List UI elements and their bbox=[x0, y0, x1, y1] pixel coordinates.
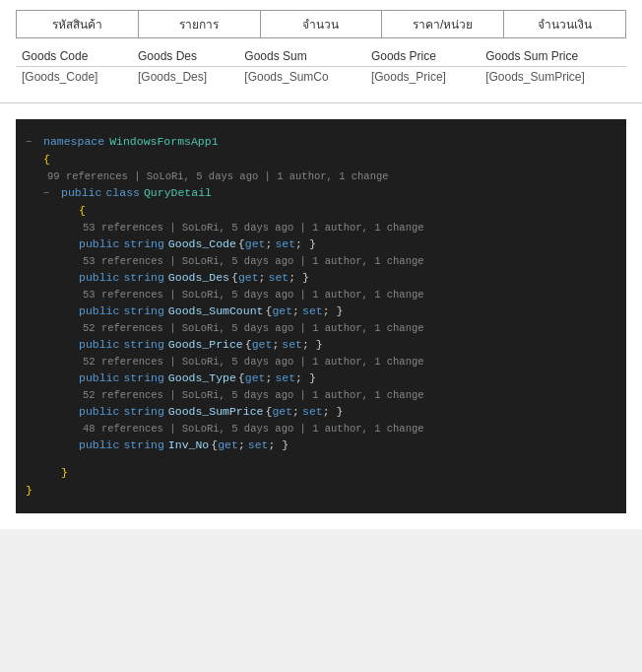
code-editor: − namespace WindowsFormsApp1 { 99 refere… bbox=[16, 119, 626, 513]
header-cell-2: รายการ bbox=[139, 11, 261, 37]
prop-goodstype: Goods_Type bbox=[168, 370, 236, 387]
header-cell-3: จำนวน bbox=[261, 11, 383, 37]
line-prop-goodssumprice: public string Goods_SumPrice { get ; set… bbox=[79, 403, 616, 421]
line-prop-goodsprice: public string Goods_Price { get ; set ; … bbox=[79, 336, 616, 354]
prop-goodscode: Goods_Code bbox=[168, 235, 236, 253]
line-ns-open: { bbox=[26, 151, 616, 168]
cell-goods-sumprice: [Goods_SumPrice] bbox=[480, 67, 626, 88]
cell-goods-code: [Goods_Code] bbox=[16, 67, 132, 88]
line-meta-99: 99 references | SoLoRi, 5 days ago | 1 a… bbox=[43, 168, 616, 184]
cell-goods-sum: [Goods_SumCo bbox=[238, 67, 365, 88]
cell-goods-price: [Goods_Price] bbox=[365, 67, 480, 88]
gutter-collapse-class[interactable]: − bbox=[43, 184, 61, 202]
cell-goods-des: [Goods_Des] bbox=[132, 67, 238, 88]
col-goods-des: Goods Des bbox=[132, 46, 238, 67]
line-meta-goodsprice: 52 references | SoLoRi, 5 days ago | 1 a… bbox=[79, 320, 616, 336]
col-goods-price: Goods Price bbox=[365, 46, 480, 67]
table-section: รหัสสินค้า รายการ จำนวน ราคา/หน่วย จำนวน… bbox=[0, 0, 642, 103]
line-prop-goodscode: public string Goods_Code { get ; set ; } bbox=[79, 235, 616, 253]
line-meta-goodssumprice: 52 references | SoLoRi, 5 days ago | 1 a… bbox=[79, 387, 616, 403]
goods-table: Goods Code Goods Des Goods Sum Goods Pri… bbox=[16, 46, 626, 87]
header-row: รหัสสินค้า รายการ จำนวน ราคา/หน่วย จำนวน… bbox=[16, 10, 626, 38]
line-prop-goodsdes: public string Goods_Des { get ; set ; } bbox=[79, 269, 616, 287]
line-blank bbox=[26, 454, 616, 464]
line-prop-goodssumcount: public string Goods_SumCount { get ; set… bbox=[79, 302, 616, 320]
prop-goodsdes: Goods_Des bbox=[168, 269, 229, 287]
line-meta-goodsdes: 53 references | SoLoRi, 5 days ago | 1 a… bbox=[79, 253, 616, 269]
ns-name: WindowsFormsApp1 bbox=[109, 133, 218, 151]
line-meta-invno: 48 references | SoLoRi, 5 days ago | 1 a… bbox=[79, 421, 616, 437]
prop-goodssumcount: Goods_SumCount bbox=[168, 302, 264, 320]
table-header-row: Goods Code Goods Des Goods Sum Goods Pri… bbox=[16, 46, 626, 67]
line-class-decl: − public class QuryDetail bbox=[43, 184, 616, 202]
line-prop-invno: public string Inv_No { get ; set ; } bbox=[79, 437, 616, 454]
line-prop-goodstype: public string Goods_Type { get ; set ; } bbox=[79, 370, 616, 387]
header-cell-4: ราคา/หน่วย bbox=[382, 11, 504, 37]
class-name-label: QuryDetail bbox=[144, 184, 212, 202]
header-cell-5: จำนวนเงิน bbox=[504, 11, 625, 37]
gutter-collapse-namespace[interactable]: − bbox=[26, 133, 43, 151]
line-meta-goodscode: 53 references | SoLoRi, 5 days ago | 1 a… bbox=[79, 220, 616, 235]
col-goods-code: Goods Code bbox=[16, 46, 132, 67]
line-namespace: − namespace WindowsFormsApp1 bbox=[26, 133, 616, 151]
prop-invno: Inv_No bbox=[168, 437, 209, 454]
table-data-row: [Goods_Code] [Goods_Des] [Goods_SumCo [G… bbox=[16, 67, 626, 88]
col-goods-sum: Goods Sum bbox=[238, 46, 365, 67]
header-cell-1: รหัสสินค้า bbox=[17, 11, 139, 37]
line-meta-goodssumcount: 53 references | SoLoRi, 5 days ago | 1 a… bbox=[79, 287, 616, 302]
prop-goodsprice: Goods_Price bbox=[168, 336, 243, 354]
editor-area: − namespace WindowsFormsApp1 { 99 refere… bbox=[0, 103, 642, 529]
col-goods-sumprice: Goods Sum Price bbox=[480, 46, 626, 67]
line-class-close: } bbox=[61, 464, 616, 482]
line-ns-close: } bbox=[26, 482, 616, 500]
prop-goodssumprice: Goods_SumPrice bbox=[168, 403, 264, 421]
line-class-open: { bbox=[61, 202, 616, 220]
line-meta-goodstype: 52 references | SoLoRi, 5 days ago | 1 a… bbox=[79, 354, 616, 370]
